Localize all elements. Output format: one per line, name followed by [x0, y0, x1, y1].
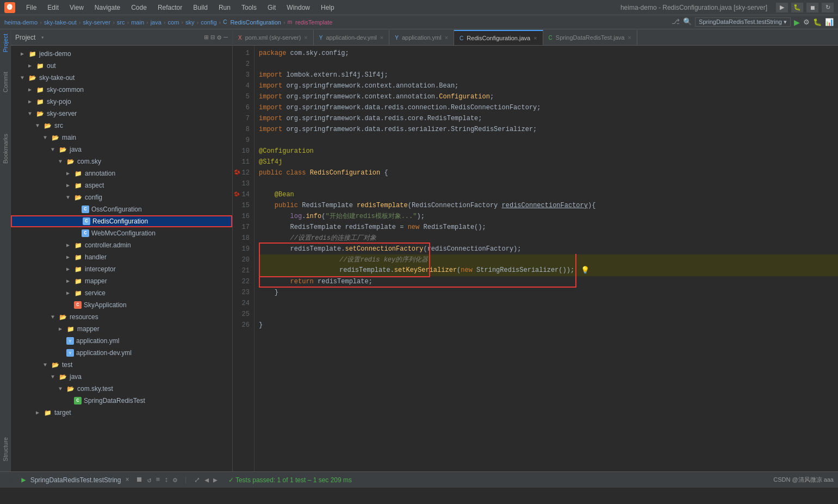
tree-item-sky-common[interactable]: ▶ 📁 sky-common	[11, 84, 232, 96]
tree-item-main[interactable]: ▼ 📂 main	[11, 132, 232, 144]
tab-redis-configuration[interactable]: C RedisConfiguration.java ×	[454, 30, 543, 45]
btn-filter[interactable]: ≡	[156, 476, 160, 484]
btn-left[interactable]: ◀	[204, 476, 209, 484]
tree-item-jedis-demo[interactable]: ▶ 📁 jedis-demo	[11, 48, 232, 60]
btn-expand[interactable]: ⤢	[194, 476, 200, 484]
tree-item-config[interactable]: ▼ 📂 config	[11, 191, 232, 203]
menu-help[interactable]: Help	[316, 3, 339, 13]
tree-item-handler[interactable]: ▶ 📁 handler	[11, 251, 232, 263]
tree-item-annotation[interactable]: ▶ 📁 annotation	[11, 167, 232, 179]
tree-item-application-dev-yml[interactable]: ▶ Y application-dev.yml	[11, 347, 232, 359]
tree-item-com-sky-test[interactable]: ▼ 📂 com.sky.test	[11, 383, 232, 395]
tree-item-test[interactable]: ▼ 📂 test	[11, 359, 232, 371]
breadcrumb-sky[interactable]: sky	[185, 19, 195, 26]
hint-icon[interactable]: 💡	[581, 265, 589, 276]
menu-file[interactable]: File	[22, 3, 41, 13]
project-sidebar: Project ▾ ⊞ ⊟ ⚙ — ▶ 📁 jedis-demo ▶ 📁 out	[11, 29, 233, 471]
debug-run-button[interactable]: 🐛	[813, 17, 822, 27]
tab-application-yml[interactable]: Y application.yml ×	[389, 30, 454, 45]
tree-item-mapper[interactable]: ▶ 📁 mapper	[11, 275, 232, 287]
btn-settings[interactable]: ⚙	[173, 476, 177, 484]
tree-item-sky-pojo[interactable]: ▶ 📁 sky-pojo	[11, 96, 232, 108]
menu-view[interactable]: View	[65, 3, 88, 13]
tree-item-out[interactable]: ▶ 📁 out	[11, 60, 232, 72]
menu-run[interactable]: Run	[214, 3, 235, 13]
vtab-commit[interactable]: Commit	[1, 67, 10, 97]
btn-sort[interactable]: ↕	[164, 476, 169, 484]
expand-all-icon[interactable]: ⊞	[204, 33, 209, 42]
stop-button[interactable]: ⏹	[806, 3, 818, 13]
collapse-all-icon[interactable]: ⊟	[211, 33, 215, 42]
keyword: import	[259, 102, 286, 113]
build-button[interactable]: ⚙	[803, 17, 810, 27]
search-everywhere-icon[interactable]: 🔍	[683, 17, 692, 27]
tree-item-webmvc-configuration[interactable]: ▶ C WebMvcConfiguration	[11, 227, 232, 239]
tree-item-src[interactable]: ▼ 📂 src	[11, 120, 232, 132]
breadcrumb-heima-demo[interactable]: heima-demo	[4, 19, 38, 26]
menu-refactor[interactable]: Refactor	[153, 3, 187, 13]
tab-close-icon[interactable]: ×	[628, 34, 631, 41]
sidebar-dropdown-icon[interactable]: ▾	[41, 34, 44, 41]
tab-close-icon[interactable]: ×	[533, 35, 537, 41]
sep: |	[184, 476, 188, 484]
vtab-structure[interactable]: Structure	[1, 433, 10, 466]
tree-item-sky-server[interactable]: ▼ 📂 sky-server	[11, 108, 232, 120]
vtab-bookmarks[interactable]: Bookmarks	[1, 129, 10, 168]
code-editor[interactable]: 1 2 3 4 5 6 7 8 9 10 11 🫘 12 13 🫘 14	[233, 46, 838, 471]
breadcrumb-class[interactable]: RedisConfiguration	[230, 19, 281, 26]
tree-item-resources-mapper[interactable]: ▶ 📁 mapper	[11, 323, 232, 335]
menu-navigate[interactable]: Navigate	[90, 3, 125, 13]
tree-item-com-sky[interactable]: ▼ 📂 com.sky	[11, 155, 232, 167]
tree-item-java[interactable]: ▼ 📂 java	[11, 144, 232, 155]
breadcrumb-config[interactable]: config	[201, 19, 216, 26]
breadcrumb-main[interactable]: main	[131, 19, 144, 26]
refresh-button[interactable]: ↻	[822, 3, 834, 13]
menu-edit[interactable]: Edit	[43, 3, 63, 13]
menu-tools[interactable]: Tools	[237, 3, 261, 13]
tab-spring-data-redis-test[interactable]: C SpringDataRedisTest.java ×	[543, 30, 637, 45]
btn-stop[interactable]: ⏹	[136, 476, 143, 484]
tree-item-sky-application[interactable]: ▶ C SkyApplication	[11, 299, 232, 311]
breadcrumb-sky-take-out[interactable]: sky-take-out	[44, 19, 77, 26]
tab-application-dev-yml[interactable]: Y application-dev.yml ×	[314, 30, 389, 45]
menu-window[interactable]: Window	[282, 3, 314, 13]
run-config-label[interactable]: SpringDataRedisTest.testString	[30, 476, 121, 484]
tree-item-aspect[interactable]: ▶ 📁 aspect	[11, 179, 232, 191]
tree-item-resources[interactable]: ▼ 📂 resources	[11, 311, 232, 323]
btn-right[interactable]: ▶	[213, 476, 218, 484]
tree-item-test-java[interactable]: ▼ 📂 java	[11, 371, 232, 383]
tab-close-icon[interactable]: ×	[380, 34, 383, 41]
tree-item-oss-configuration[interactable]: ▶ C OssConfiguration	[11, 203, 232, 215]
btn-rerun[interactable]: ↺	[147, 476, 152, 484]
breadcrumb-java[interactable]: java	[151, 19, 162, 26]
menu-git[interactable]: Git	[263, 3, 280, 13]
tree-item-service[interactable]: ▶ 📁 service	[11, 287, 232, 299]
debug-button[interactable]: 🐛	[791, 3, 803, 13]
tree-item-interceptor[interactable]: ▶ 📁 interceptor	[11, 263, 232, 275]
close-run-icon[interactable]: ×	[125, 476, 129, 484]
tree-item-sky-take-out[interactable]: ▼ 📂 sky-take-out	[11, 72, 232, 84]
menu-build[interactable]: Build	[189, 3, 212, 13]
tree-item-application-yml[interactable]: ▶ Y application.yml	[11, 335, 232, 347]
breadcrumb-sky-server[interactable]: sky-server	[83, 19, 110, 26]
tree-item-controller-admin[interactable]: ▶ 📁 controller.admin	[11, 239, 232, 251]
run-green-button[interactable]: ▶	[794, 17, 800, 27]
vtab-project[interactable]: Project	[1, 29, 10, 57]
tab-close-icon[interactable]: ×	[445, 34, 448, 41]
run-button[interactable]: ▶	[776, 3, 788, 13]
gear-icon[interactable]: ⚙	[217, 33, 221, 42]
tab-close-icon[interactable]: ×	[304, 34, 307, 41]
menu-code[interactable]: Code	[127, 3, 151, 13]
code-content[interactable]: package com.sky.config; import lombok.ex…	[254, 46, 838, 471]
breadcrumb-method[interactable]: redisTemplate	[295, 19, 332, 26]
breadcrumb-com[interactable]: com	[168, 19, 179, 26]
coverage-button[interactable]: 📊	[825, 17, 834, 27]
run-config-dropdown[interactable]: SpringDataRedisTest.testString ▾	[695, 17, 791, 27]
tree-item-redis-configuration[interactable]: ▶ C RedisConfiguration	[11, 215, 232, 227]
tree-item-target[interactable]: ▶ 📁 target	[11, 407, 232, 419]
tree-item-spring-data-redis-test[interactable]: ▶ C SpringDataRedisTest	[11, 395, 232, 407]
hide-icon[interactable]: —	[224, 33, 228, 42]
tab-pom-xml[interactable]: X pom.xml (sky-server) ×	[233, 30, 314, 45]
vcs-icon[interactable]: ⎇	[672, 17, 680, 27]
breadcrumb-src[interactable]: src	[117, 19, 125, 26]
